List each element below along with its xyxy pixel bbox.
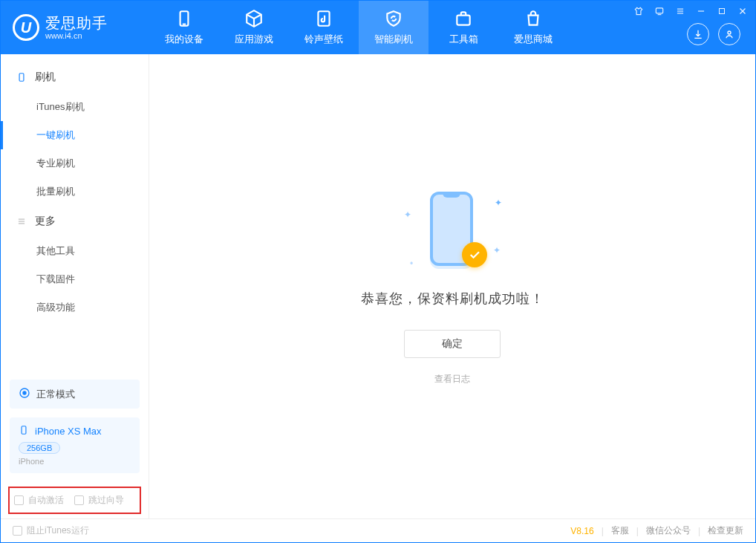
- footer-link-support[interactable]: 客服: [611, 524, 629, 537]
- device-capacity: 256GB: [19, 442, 60, 454]
- svg-rect-19: [22, 426, 26, 435]
- tab-label: 我的设备: [165, 33, 203, 46]
- device-card[interactable]: iPhone XS Max 256GB iPhone: [10, 417, 140, 473]
- brand-subtitle: www.i4.cn: [45, 31, 108, 40]
- checkbox-block-itunes[interactable]: 阻止iTunes运行: [13, 524, 89, 537]
- sidebar-item-oneclick-flash[interactable]: 一键刷机: [1, 121, 149, 149]
- footer-link-wechat[interactable]: 微信公众号: [646, 524, 691, 537]
- success-illustration: ✦ ✦ • ✦: [397, 187, 508, 276]
- sidebar: 刷机 iTunes刷机 一键刷机 专业刷机 批量刷机 更多 其他工具 下载固件 …: [1, 54, 149, 518]
- view-log-link[interactable]: 查看日志: [434, 373, 470, 386]
- footer-link-update[interactable]: 检查更新: [708, 524, 743, 537]
- tab-my-device[interactable]: 我的设备: [149, 1, 219, 54]
- phone-icon: [175, 9, 194, 28]
- tab-label: 爱思商城: [514, 33, 553, 46]
- sidebar-item-advanced[interactable]: 高级功能: [1, 293, 149, 322]
- tab-label: 铃声壁纸: [304, 33, 343, 46]
- sidebar-item-pro-flash[interactable]: 专业刷机: [1, 149, 149, 178]
- brand-title: 爱思助手: [45, 15, 108, 31]
- window-controls: [632, 1, 749, 17]
- mode-card[interactable]: 正常模式: [10, 380, 140, 409]
- checkbox-label: 自动激活: [28, 494, 64, 507]
- cube-icon: [244, 9, 264, 28]
- svg-point-4: [728, 31, 731, 34]
- tab-store[interactable]: 爱思商城: [498, 1, 568, 54]
- tab-label: 应用游戏: [235, 33, 273, 46]
- sidebar-section-more: 更多: [1, 206, 149, 237]
- mode-label: 正常模式: [36, 388, 75, 401]
- checkbox-label: 跳过向导: [88, 494, 124, 507]
- ok-button[interactable]: 确定: [404, 330, 501, 358]
- sidebar-item-other-tools[interactable]: 其他工具: [1, 237, 149, 265]
- menu-icon[interactable]: [674, 4, 687, 18]
- section-title: 刷机: [35, 71, 56, 84]
- phone-icon: [19, 425, 29, 438]
- checkbox-label: 阻止iTunes运行: [27, 524, 89, 537]
- shield-refresh-icon: [384, 9, 403, 28]
- svg-rect-10: [720, 9, 725, 14]
- checkbox-icon: [14, 495, 24, 505]
- sidebar-item-itunes-flash[interactable]: iTunes刷机: [1, 93, 149, 121]
- sidebar-item-download-firmware[interactable]: 下载固件: [1, 265, 149, 293]
- tab-smart-flash[interactable]: 智能刷机: [359, 1, 428, 54]
- checkbox-icon: [74, 495, 84, 505]
- sparkle-icon: •: [410, 259, 413, 269]
- brand: U 爱思助手 www.i4.cn: [1, 1, 149, 54]
- sparkle-icon: ✦: [493, 245, 501, 256]
- tab-label: 工具箱: [449, 33, 478, 46]
- brand-logo-icon: U: [13, 14, 39, 41]
- svg-point-18: [23, 391, 26, 394]
- download-button[interactable]: [687, 23, 709, 45]
- success-message: 恭喜您，保资料刷机成功啦！: [361, 290, 544, 308]
- mode-icon: [19, 387, 30, 401]
- sidebar-section-flash: 刷机: [1, 62, 149, 93]
- skin-icon[interactable]: [632, 4, 645, 18]
- tab-toolbox[interactable]: 工具箱: [428, 1, 498, 54]
- device-type: iPhone: [19, 457, 131, 466]
- close-button[interactable]: [736, 4, 749, 18]
- list-icon: [16, 215, 27, 227]
- main-content: ✦ ✦ • ✦ 恭喜您，保资料刷机成功啦！ 确定 查看日志: [149, 54, 755, 518]
- sidebar-item-batch-flash[interactable]: 批量刷机: [1, 178, 149, 206]
- tab-ring-wallpaper[interactable]: 铃声壁纸: [289, 1, 359, 54]
- briefcase-icon: [454, 9, 473, 28]
- sparkle-icon: ✦: [404, 209, 411, 220]
- highlighted-options: 自动激活 跳过向导: [8, 487, 141, 514]
- checkbox-icon: [13, 526, 22, 536]
- checkbox-skip-guide[interactable]: 跳过向导: [74, 494, 124, 507]
- svg-rect-3: [457, 16, 469, 25]
- version-label: V8.16: [570, 526, 593, 536]
- svg-rect-5: [656, 8, 662, 13]
- device-icon: [16, 71, 27, 83]
- minimize-button[interactable]: [694, 4, 708, 18]
- music-file-icon: [314, 9, 333, 28]
- checkmark-badge-icon: [462, 242, 487, 267]
- tab-label: 智能刷机: [374, 33, 413, 46]
- sparkle-icon: ✦: [495, 198, 502, 208]
- maximize-button[interactable]: [715, 4, 729, 18]
- statusbar: 阻止iTunes运行 V8.16 | 客服 | 微信公众号 | 检查更新: [1, 518, 755, 542]
- checkbox-auto-activate[interactable]: 自动激活: [14, 494, 64, 507]
- feedback-icon[interactable]: [653, 4, 666, 18]
- titlebar: U 爱思助手 www.i4.cn 我的设备 应用游戏 铃声壁纸 智能刷机 工具箱: [1, 1, 755, 54]
- svg-rect-13: [19, 74, 24, 82]
- nav-tabs: 我的设备 应用游戏 铃声壁纸 智能刷机 工具箱 爱思商城: [149, 1, 687, 54]
- section-title: 更多: [35, 215, 56, 228]
- device-name: iPhone XS Max: [35, 426, 102, 437]
- tab-apps-games[interactable]: 应用游戏: [219, 1, 289, 54]
- bag-icon: [524, 9, 543, 28]
- user-button[interactable]: [718, 23, 740, 45]
